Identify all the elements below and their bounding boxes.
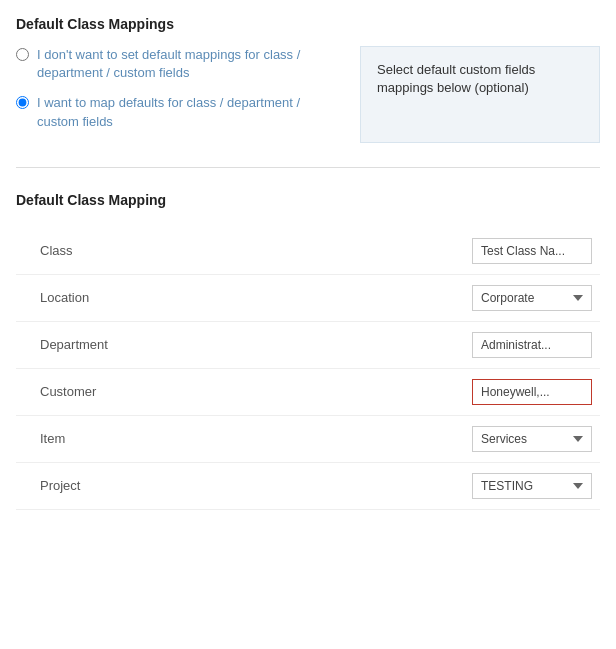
project-label: Project <box>24 478 472 493</box>
radio-input-1[interactable] <box>16 48 29 61</box>
radio-group: I don't want to set default mappings for… <box>16 46 340 143</box>
customer-row: Customer <box>16 369 600 416</box>
project-select[interactable]: TESTING PRODUCTION STAGING <box>472 473 592 499</box>
location-select[interactable]: Corporate Remote On-site <box>472 285 592 311</box>
item-row: Item Services Products Other <box>16 416 600 463</box>
class-label: Class <box>24 243 472 258</box>
radio-label-2[interactable]: I want to map defaults for class / depar… <box>37 94 340 130</box>
customer-input[interactable] <box>472 379 592 405</box>
department-input[interactable] <box>472 332 592 358</box>
section-header: Default Class Mappings <box>16 16 600 32</box>
department-control[interactable] <box>472 332 592 358</box>
radio-input-2[interactable] <box>16 96 29 109</box>
section-divider <box>16 167 600 168</box>
location-label: Location <box>24 290 472 305</box>
radio-option-1[interactable]: I don't want to set default mappings for… <box>16 46 340 82</box>
department-label: Department <box>24 337 472 352</box>
location-control[interactable]: Corporate Remote On-site <box>472 285 592 311</box>
class-input[interactable] <box>472 238 592 264</box>
mapping-section-title: Default Class Mapping <box>16 192 600 208</box>
radio-label-1[interactable]: I don't want to set default mappings for… <box>37 46 340 82</box>
top-section: I don't want to set default mappings for… <box>16 46 600 143</box>
info-box-text: Select default custom fields mappings be… <box>377 62 535 95</box>
class-control[interactable] <box>472 238 592 264</box>
item-control[interactable]: Services Products Other <box>472 426 592 452</box>
item-label: Item <box>24 431 472 446</box>
info-box: Select default custom fields mappings be… <box>360 46 600 143</box>
location-row: Location Corporate Remote On-site <box>16 275 600 322</box>
project-row: Project TESTING PRODUCTION STAGING <box>16 463 600 510</box>
section-title: Default Class Mappings <box>16 16 600 32</box>
class-row: Class <box>16 228 600 275</box>
item-select[interactable]: Services Products Other <box>472 426 592 452</box>
customer-label: Customer <box>24 384 472 399</box>
customer-control[interactable] <box>472 379 592 405</box>
project-control[interactable]: TESTING PRODUCTION STAGING <box>472 473 592 499</box>
department-row: Department <box>16 322 600 369</box>
mapping-section: Default Class Mapping Class Location Cor… <box>16 192 600 510</box>
radio-option-2[interactable]: I want to map defaults for class / depar… <box>16 94 340 130</box>
